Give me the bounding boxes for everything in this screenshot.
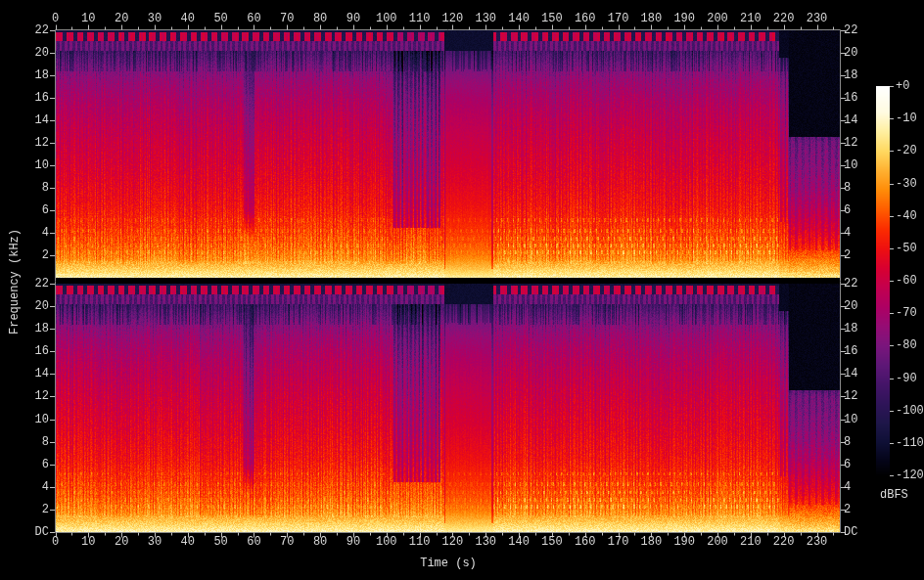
time-tick-label: 40: [181, 536, 195, 548]
freq-tick-label: 4: [42, 227, 49, 239]
freq-tick-label: 14: [844, 368, 857, 379]
freq-tick-label: 10: [35, 414, 49, 425]
freq-tick-label: 6: [42, 459, 49, 470]
time-tick-label: 230: [807, 13, 828, 24]
freq-tick-label: 8: [844, 182, 851, 194]
time-tick-label: 90: [346, 13, 360, 24]
time-tick-label: 110: [409, 536, 431, 548]
time-tick-label: 220: [773, 13, 795, 24]
freq-tick-label: 10: [35, 159, 49, 171]
freq-tick-label: 16: [844, 345, 857, 357]
time-tick-label: 130: [475, 13, 496, 24]
freq-tick-label: 12: [844, 390, 857, 402]
freq-tick-label: 12: [35, 390, 49, 402]
time-tick-label: 180: [641, 536, 663, 548]
freq-tick-label: 20: [844, 300, 857, 312]
time-tick-label: 70: [280, 536, 294, 548]
freq-tick-label: 14: [35, 114, 49, 126]
freq-tick-label: 8: [42, 436, 49, 448]
freq-tick-label: 18: [35, 323, 49, 335]
db-tick-label: -80: [896, 339, 917, 351]
freq-tick-label: 4: [42, 481, 49, 493]
time-tick-label: 190: [673, 536, 695, 548]
freq-tick-label: 18: [844, 323, 857, 335]
time-tick-label: 50: [213, 13, 227, 24]
freq-tick-label: 16: [35, 92, 49, 104]
time-tick-label: 50: [213, 536, 227, 548]
freq-tick-label: 2: [844, 249, 851, 261]
time-tick-label: 220: [773, 536, 795, 548]
time-tick-label: 210: [740, 536, 762, 548]
spectrogram-canvas: [0, 0, 924, 580]
time-tick-label: 70: [280, 13, 294, 24]
freq-tick-label: 4: [844, 227, 851, 239]
db-tick-label: -100: [896, 405, 924, 417]
freq-tick-label: 10: [844, 159, 857, 171]
time-tick-label: 100: [376, 536, 397, 548]
time-tick-label: 30: [148, 536, 162, 548]
time-tick-label: 10: [81, 536, 95, 548]
time-tick-label: 200: [707, 536, 728, 548]
freq-tick-label: 16: [35, 345, 49, 357]
freq-tick-label: 20: [844, 47, 857, 59]
freq-tick-label: DC: [844, 526, 857, 538]
freq-tick-label: 12: [35, 137, 49, 149]
freq-tick-label: 20: [35, 300, 49, 312]
freq-tick-label: 22: [35, 24, 49, 36]
freq-tick-label: 4: [844, 481, 851, 493]
time-tick-label: 110: [409, 13, 431, 24]
time-tick-label: 150: [541, 13, 563, 24]
time-tick-label: 120: [442, 536, 464, 548]
freq-tick-label: 6: [844, 459, 851, 470]
time-tick-label: 230: [807, 536, 828, 548]
time-tick-label: 160: [575, 536, 596, 548]
time-tick-label: 140: [508, 13, 530, 24]
freq-tick-label: 6: [42, 204, 49, 216]
time-tick-label: 0: [52, 536, 59, 548]
time-tick-label: 30: [148, 13, 162, 24]
time-tick-label: 60: [247, 13, 260, 24]
time-tick-label: 210: [740, 13, 762, 24]
freq-tick-label: 8: [42, 182, 49, 194]
time-tick-label: 180: [641, 13, 663, 24]
freq-tick-label: 10: [844, 414, 857, 425]
db-tick-label: -30: [896, 178, 917, 190]
freq-tick-label: 8: [844, 436, 851, 448]
time-tick-label: 20: [115, 536, 128, 548]
time-tick-label: 80: [313, 536, 327, 548]
x-axis-title: Time (s): [420, 557, 477, 570]
freq-tick-label: 6: [844, 204, 851, 216]
freq-tick-label: 14: [844, 114, 857, 126]
db-tick-label: -20: [896, 145, 917, 156]
time-tick-label: 170: [608, 536, 629, 548]
db-tick-label: -40: [896, 210, 917, 222]
time-tick-label: 130: [475, 536, 496, 548]
db-tick-label: +0: [896, 80, 909, 92]
freq-tick-label: 12: [844, 137, 857, 149]
db-tick-label: -70: [896, 307, 917, 319]
freq-tick-label: 18: [35, 69, 49, 81]
time-tick-label: 10: [81, 13, 95, 24]
freq-tick-label: DC: [35, 526, 49, 538]
freq-tick-label: 2: [42, 249, 49, 261]
time-tick-label: 190: [673, 13, 695, 24]
time-tick-label: 160: [575, 13, 596, 24]
db-tick-label: -110: [896, 437, 924, 449]
freq-tick-label: 16: [844, 92, 857, 104]
y-axis-title: Frequency (kHz): [8, 229, 22, 335]
time-tick-label: 0: [52, 13, 59, 24]
db-tick-label: -50: [896, 243, 917, 254]
time-tick-label: 150: [541, 536, 563, 548]
freq-tick-label: 20: [35, 47, 49, 59]
freq-tick-label: 22: [844, 24, 857, 36]
time-tick-label: 80: [313, 13, 327, 24]
freq-tick-label: 22: [35, 278, 49, 290]
freq-tick-label: 22: [844, 278, 857, 290]
time-tick-label: 60: [247, 536, 260, 548]
time-tick-label: 40: [181, 13, 195, 24]
db-tick-label: -60: [896, 275, 917, 287]
time-tick-label: 120: [442, 13, 464, 24]
time-tick-label: 20: [115, 13, 128, 24]
time-tick-label: 90: [346, 536, 360, 548]
time-tick-label: 170: [608, 13, 629, 24]
